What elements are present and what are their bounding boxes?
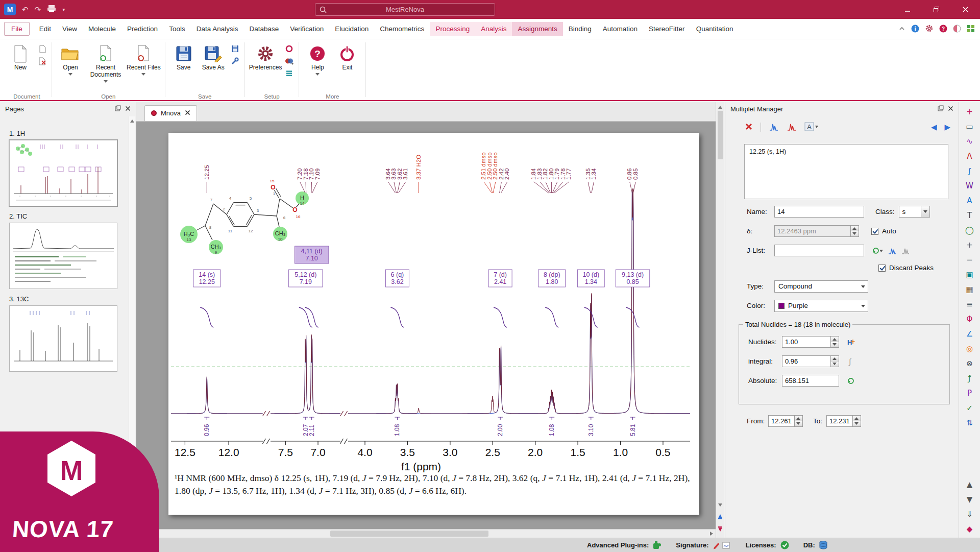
- previous-multiplet-icon[interactable]: ◀: [931, 123, 937, 132]
- assignments-tool-icon[interactable]: A: [964, 195, 976, 207]
- help-button[interactable]: ?Help: [303, 40, 332, 78]
- canvas[interactable]: H₃C13CH₃9CH₃10H14O15O1612345678111212.25…: [136, 122, 716, 529]
- settings-gear-icon[interactable]: [925, 24, 934, 34]
- menu-tab-chemometrics[interactable]: Chemometrics: [374, 22, 430, 36]
- menu-tab-stereofitter[interactable]: StereoFitter: [643, 22, 691, 36]
- phase-correction-icon[interactable]: Φ: [964, 313, 976, 325]
- vertical-scrollbar[interactable]: [716, 102, 724, 538]
- grid-view-icon[interactable]: ▦: [964, 283, 976, 296]
- jlist-input[interactable]: [774, 245, 864, 256]
- multiplet-analysis-icon[interactable]: W: [964, 180, 976, 192]
- restore-button[interactable]: [922, 0, 951, 19]
- menu-tab-data-analysis[interactable]: Data Analysis: [191, 22, 244, 36]
- recent-documents-button[interactable]: Recent Documents: [86, 40, 126, 85]
- multiplet-info-box[interactable]: 12.25 (s, 1H): [744, 144, 948, 199]
- menu-tab-file[interactable]: File: [4, 22, 30, 36]
- auto-checkbox[interactable]: [871, 228, 878, 235]
- menu-tab-automation[interactable]: Automation: [597, 22, 643, 36]
- close-panel-icon[interactable]: [125, 105, 131, 113]
- baseline-correction-icon[interactable]: ∠: [964, 328, 976, 340]
- type-dropdown[interactable]: Compound: [774, 280, 868, 293]
- scroll-up-icon[interactable]: ▲: [964, 478, 976, 491]
- scroll-up-arrow-icon[interactable]: [718, 104, 722, 109]
- undo-icon[interactable]: ↶: [22, 6, 29, 13]
- cut-region-icon[interactable]: ⊗: [964, 357, 976, 370]
- prediction-icon[interactable]: P: [964, 387, 976, 399]
- add-trace-icon[interactable]: +: [964, 106, 976, 118]
- menu-tab-verification[interactable]: Verification: [284, 22, 329, 36]
- close-tab-icon[interactable]: [185, 109, 190, 117]
- fit-curve-icon[interactable]: ∿: [964, 135, 976, 148]
- delta-spinner[interactable]: [851, 225, 859, 237]
- dropdown-caret-icon[interactable]: [68, 73, 72, 78]
- exit-button[interactable]: Exit: [333, 40, 361, 71]
- from-input[interactable]: [768, 415, 795, 427]
- scroll-down-arrow-icon[interactable]: [718, 503, 722, 509]
- plugins-icon[interactable]: [653, 541, 662, 549]
- dropdown-caret-icon[interactable]: [141, 73, 145, 78]
- class-dropdown[interactable]: s: [899, 206, 930, 218]
- save-all-icon[interactable]: [231, 44, 239, 53]
- next-page-icon[interactable]: [718, 525, 723, 534]
- recent-files-button[interactable]: Recent Files: [127, 40, 161, 78]
- new-page-icon[interactable]: [38, 44, 46, 53]
- delete-page-icon[interactable]: [38, 57, 46, 65]
- menu-tab-database[interactable]: Database: [243, 22, 284, 36]
- page-thumbnail-tic[interactable]: [9, 223, 117, 289]
- integral-spinner[interactable]: [831, 355, 839, 367]
- dropdown-caret-icon[interactable]: [104, 80, 108, 85]
- menu-tab-binding[interactable]: Binding: [563, 22, 597, 36]
- select-region-icon[interactable]: ▭: [964, 121, 976, 133]
- plugin-grid-icon[interactable]: [967, 25, 975, 34]
- info-icon[interactable]: [911, 25, 919, 34]
- dropdown-caret-icon[interactable]: [315, 73, 320, 78]
- split-multiplet-icon[interactable]: [787, 122, 797, 133]
- swap-axes-icon[interactable]: ⇅: [964, 417, 976, 429]
- page-down-icon[interactable]: ⇓: [964, 508, 976, 520]
- annotation-icon[interactable]: T: [964, 209, 976, 222]
- jcoupling-tree-icon[interactable]: [901, 247, 910, 255]
- horizontal-scrollbar[interactable]: [136, 529, 716, 538]
- horizontal-scroll-thumb[interactable]: [330, 531, 488, 537]
- verification-icon[interactable]: ✓: [964, 402, 976, 414]
- scroll-right-icon[interactable]: [707, 530, 716, 538]
- page-thumbnail-c13[interactable]: [9, 305, 117, 372]
- menu-tab-edit[interactable]: Edit: [34, 22, 57, 36]
- database-icon[interactable]: [819, 540, 827, 550]
- spectrum-page[interactable]: H₃C13CH₃9CH₃10H14O15O1612345678111212.25…: [168, 133, 699, 515]
- join-multiplets-icon[interactable]: [769, 122, 779, 133]
- nmr-spectrum[interactable]: H₃C13CH₃9CH₃10H14O15O1612345678111212.25…: [168, 133, 699, 515]
- previous-page-icon[interactable]: [718, 512, 723, 521]
- menu-tab-analysis[interactable]: Analysis: [475, 22, 512, 36]
- menu-tab-molecule[interactable]: Molecule: [83, 22, 121, 36]
- settings-wrench-icon[interactable]: [231, 57, 239, 65]
- menu-tab-view[interactable]: View: [57, 22, 83, 36]
- refresh-jlist-icon[interactable]: [871, 247, 884, 255]
- from-spinner[interactable]: [795, 415, 803, 427]
- next-multiplet-icon[interactable]: ▶: [944, 123, 950, 132]
- vertical-scroll-thumb[interactable]: [718, 111, 723, 159]
- absolute-input[interactable]: [782, 375, 839, 387]
- recalculate-icon[interactable]: [846, 377, 855, 385]
- menu-tab-quantitation[interactable]: Quantitation: [691, 22, 739, 36]
- menu-tab-tools[interactable]: Tools: [163, 22, 191, 36]
- save-as-button[interactable]: Save As: [199, 40, 228, 71]
- search-input[interactable]: MestReNova: [315, 3, 495, 16]
- quick-access-caret-icon[interactable]: ▾: [62, 7, 65, 12]
- zoom-in-icon[interactable]: +: [964, 239, 976, 251]
- nuclides-count-icon[interactable]: H: [846, 338, 856, 346]
- discard-peaks-checkbox[interactable]: [878, 265, 886, 272]
- minimize-button[interactable]: [893, 0, 922, 19]
- simulation-icon[interactable]: ƒ: [964, 372, 976, 385]
- status-item-db[interactable]: DB:: [803, 540, 827, 550]
- stacked-view-icon[interactable]: ≡: [964, 298, 976, 310]
- collapse-ribbon-icon[interactable]: [898, 25, 905, 34]
- status-item-signature[interactable]: Signature:: [676, 541, 731, 549]
- theme-switch-icon[interactable]: [953, 25, 961, 34]
- float-panel-icon[interactable]: [938, 105, 944, 113]
- menu-tab-assignments[interactable]: Assignments: [512, 22, 562, 36]
- theme-icon[interactable]: [285, 57, 293, 65]
- menu-tab-elucidation[interactable]: Elucidation: [329, 22, 374, 36]
- molecule-tool-icon[interactable]: ◯: [964, 224, 976, 236]
- menu-tab-processing[interactable]: Processing: [430, 22, 475, 36]
